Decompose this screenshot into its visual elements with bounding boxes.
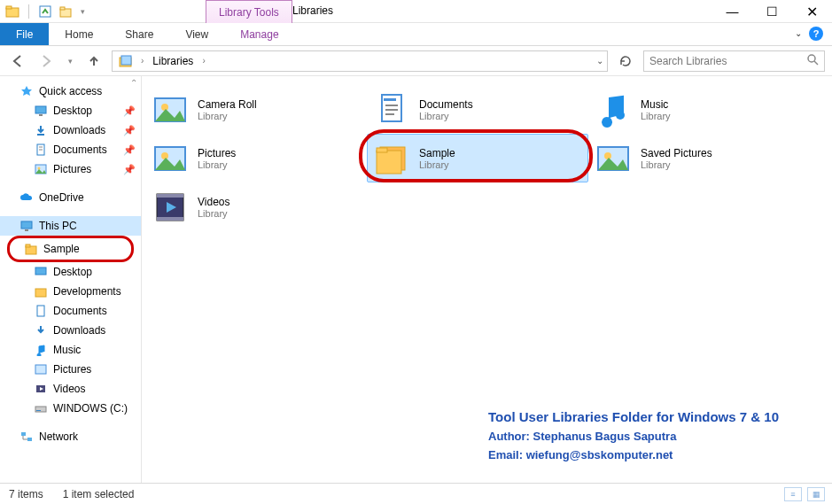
svg-rect-4 [60,7,65,10]
music-icon [34,343,48,357]
library-item-videos[interactable]: VideosLibrary [145,182,367,231]
svg-rect-27 [36,410,41,411]
search-placeholder: Search Libraries [649,55,727,67]
tab-home[interactable]: Home [49,23,109,46]
close-button[interactable]: ✕ [792,0,832,23]
chevron-right-icon[interactable]: › [198,56,208,66]
library-item-pictures[interactable]: PicturesLibrary [145,134,367,182]
explorer-icon [5,4,19,19]
icons-view-button[interactable]: ▦ [807,487,825,501]
minimize-button[interactable]: — [712,0,752,23]
sidebar-item-developments[interactable]: Developments [0,282,141,301]
pc-icon [19,219,34,233]
ribbon-tabs: File Home Share View Manage ⌄ ? [0,23,832,46]
monitor-icon [34,104,48,118]
qat-dropdown-icon[interactable]: ▾ [81,7,85,16]
annotation-author: Author: Stephanus Bagus Saputra [488,428,779,446]
svg-rect-23 [37,306,44,316]
breadcrumb-libraries[interactable]: Libraries [147,55,198,67]
svg-rect-1 [6,6,12,9]
folder-icon [24,242,38,256]
svg-rect-10 [39,114,43,116]
details-view-button[interactable]: ≡ [784,487,802,501]
folder-library-icon [373,140,410,177]
network-node[interactable]: Network [0,427,141,446]
recent-locations-icon[interactable]: ▾ [64,50,76,72]
svg-rect-21 [35,268,46,275]
status-selection: 1 item selected [63,488,135,500]
sidebar-item-videos[interactable]: Videos [0,379,141,399]
library-tools-contextual-tab: Library Tools [206,0,292,23]
svg-rect-9 [35,106,46,113]
status-bar: 7 items 1 item selected ≡ ▦ [0,483,832,504]
tab-share[interactable]: Share [109,23,169,46]
sidebar-item-pictures2[interactable]: Pictures [0,360,141,379]
svg-point-31 [161,104,168,111]
picture-library-icon [152,140,189,177]
annotation-title: Tool User Libraries Folder for Windows 7… [488,407,779,428]
svg-rect-33 [384,98,396,101]
library-item-sample[interactable]: SampleLibrary [367,134,588,182]
library-item-camera-roll[interactable]: Camera RollLibrary [145,85,367,134]
sidebar-item-documents2[interactable]: Documents [0,301,141,321]
drive-icon [34,401,48,415]
address-dropdown-icon[interactable]: ⌄ [596,56,603,66]
search-icon [806,53,819,68]
sidebar-item-downloads[interactable]: Downloads📌 [0,120,141,140]
sidebar-item-music[interactable]: Music [0,340,141,360]
properties-icon[interactable] [38,4,52,19]
svg-point-7 [808,55,815,62]
file-tab[interactable]: File [0,23,49,45]
library-item-music[interactable]: MusicLibrary [588,85,810,134]
forward-button[interactable] [35,50,57,72]
tab-manage[interactable]: Manage [224,23,294,46]
refresh-button[interactable] [615,50,636,72]
svg-rect-47 [157,217,183,221]
sidebar-item-pictures[interactable]: Pictures📌 [0,159,141,179]
library-item-documents[interactable]: DocumentsLibrary [367,85,588,134]
pin-icon: 📌 [123,105,136,117]
pin-icon: 📌 [123,125,136,136]
back-button[interactable] [7,50,28,72]
up-button[interactable] [83,50,105,72]
svg-rect-28 [21,432,26,436]
library-item-saved-pictures[interactable]: Saved PicturesLibrary [588,134,810,182]
quick-access-label: Quick access [39,85,102,97]
doc-icon [34,143,48,157]
sidebar-item-documents[interactable]: Documents📌 [0,140,141,159]
tab-view[interactable]: View [169,23,224,46]
maximize-button[interactable]: ☐ [752,0,792,23]
onedrive-node[interactable]: OneDrive [0,188,141,207]
doc-icon [34,304,48,318]
search-input[interactable]: Search Libraries [643,50,825,72]
chevron-right-icon[interactable]: › [137,56,147,66]
svg-rect-42 [377,148,387,152]
quick-access-toolbar: ▾ [0,4,90,19]
this-pc-node[interactable]: This PC [0,216,141,236]
video-library-icon [152,189,189,226]
documents-library-icon [373,91,410,128]
svg-point-44 [604,152,611,159]
window-controls: — ☐ ✕ [712,0,832,23]
scroll-up-icon[interactable]: ⌃ [130,78,137,88]
annotation-overlay-text: Tool User Libraries Folder for Windows 7… [488,407,779,465]
sidebar-item-sample[interactable]: Sample [10,239,126,259]
quick-access-node[interactable]: Quick access [0,81,141,101]
svg-rect-6 [121,56,131,65]
sidebar-item-desktop[interactable]: Desktop📌 [0,101,141,120]
download-icon [34,323,48,337]
content-pane[interactable]: Camera RollLibrary DocumentsLibrary Musi… [142,76,832,483]
svg-rect-26 [35,407,46,412]
help-icon[interactable]: ? [809,27,823,41]
sidebar-item-desktop2[interactable]: Desktop [0,262,141,282]
ribbon-expand-icon[interactable]: ⌄ [795,28,802,38]
picture-library-icon [595,140,632,177]
picture-icon [34,162,48,176]
download-icon [34,123,48,137]
svg-rect-24 [35,365,46,374]
address-bar[interactable]: › Libraries › ⌄ [112,50,608,72]
sidebar-item-windows-c[interactable]: WINDOWS (C:) [0,399,141,418]
annotation-email: Email: wiefung@sbskomputer.net [488,446,779,465]
sidebar-item-downloads2[interactable]: Downloads [0,321,141,340]
new-folder-icon[interactable] [59,4,74,19]
